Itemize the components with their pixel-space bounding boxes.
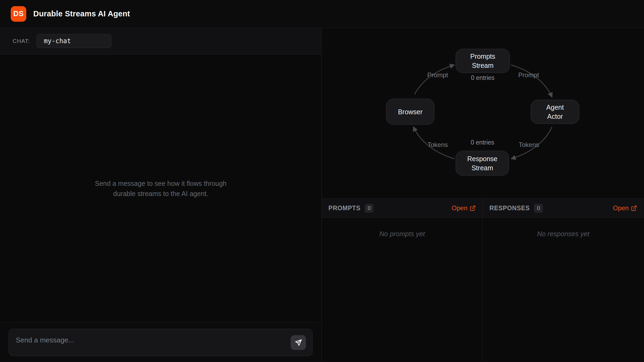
prompts-header: PROMPTS 0 Open: [322, 199, 482, 218]
prompts-column: PROMPTS 0 Open No prompts yet: [322, 199, 483, 362]
page-title: Durable Streams AI Agent: [33, 9, 130, 18]
node-prompts-stream: Prompts Stream: [456, 49, 510, 73]
main-layout: CHAT: Send a message to see how it flows…: [0, 28, 644, 362]
edge-label-prompt-right: Prompt: [518, 71, 539, 79]
responses-open-link[interactable]: Open: [613, 204, 637, 212]
prompts-stream-entries-count: 0 entries: [471, 74, 495, 82]
chat-label: CHAT:: [13, 38, 30, 44]
prompts-count-badge: 0: [365, 204, 374, 213]
node-response-stream: Response Stream: [456, 151, 509, 176]
external-link-icon: [631, 205, 637, 211]
prompts-title-group: PROMPTS 0: [328, 204, 374, 213]
responses-empty-text: No responses yet: [483, 218, 644, 362]
responses-title-group: RESPONSES 0: [489, 204, 543, 213]
responses-open-label: Open: [613, 204, 629, 212]
send-button[interactable]: [291, 335, 306, 350]
chat-empty-state-text: Send a message to see how it flows throu…: [95, 178, 227, 199]
responses-header: RESPONSES 0 Open: [483, 199, 644, 218]
responses-count-badge: 0: [534, 204, 543, 213]
chat-id-input[interactable]: [36, 34, 111, 48]
composer-box: [9, 329, 313, 356]
responses-title: RESPONSES: [489, 205, 530, 212]
edge-label-tokens-left: Tokens: [427, 141, 448, 149]
responses-column: RESPONSES 0 Open No responses yet: [483, 199, 644, 362]
composer-row: [0, 323, 321, 362]
prompts-empty-text: No prompts yet: [322, 218, 482, 362]
app-header: DS Durable Streams AI Agent: [0, 0, 644, 28]
external-link-icon: [470, 205, 476, 211]
chat-message-area: Send a message to see how it flows throu…: [0, 54, 321, 323]
message-input[interactable]: [9, 329, 312, 356]
response-stream-entries-count: 0 entries: [471, 139, 494, 146]
app-logo-text: DS: [13, 10, 24, 18]
flow-diagram: Prompts Stream Agent Actor Response Stre…: [322, 28, 644, 198]
streams-panel: Prompts Stream Agent Actor Response Stre…: [322, 28, 644, 362]
chat-panel: CHAT: Send a message to see how it flows…: [0, 28, 322, 362]
app-logo: DS: [11, 6, 26, 22]
edge-label-tokens-right: Tokens: [519, 141, 539, 149]
durable-streams-app: DS Durable Streams AI Agent CHAT: Send a…: [0, 0, 644, 362]
stream-tables: PROMPTS 0 Open No prompts yet: [322, 198, 644, 362]
edge-browser-to-prompts: [415, 65, 454, 94]
node-browser: Browser: [386, 99, 434, 125]
edge-prompts-to-agent: [511, 65, 552, 97]
prompts-open-link[interactable]: Open: [452, 204, 476, 212]
node-agent-actor: Agent Actor: [531, 100, 579, 124]
chat-header-row: CHAT:: [0, 28, 321, 54]
prompts-title: PROMPTS: [328, 205, 360, 212]
edge-label-prompt-left: Prompt: [427, 71, 448, 79]
paper-plane-icon: [294, 338, 303, 347]
prompts-open-label: Open: [452, 204, 467, 212]
